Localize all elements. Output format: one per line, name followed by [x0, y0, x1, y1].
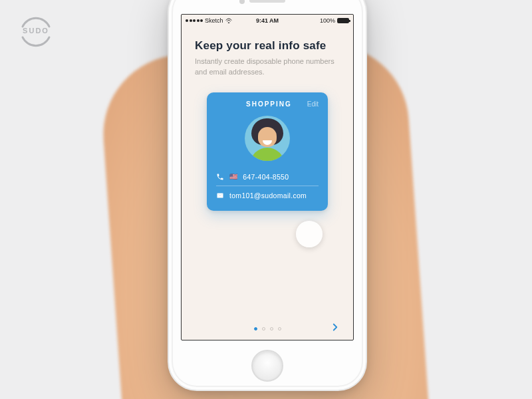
phone-value: 647-404-8550: [243, 173, 289, 181]
page-dot[interactable]: [278, 327, 281, 331]
page-dot[interactable]: [254, 327, 257, 331]
page-dot[interactable]: [270, 327, 273, 331]
email-value: tom101@sudomail.com: [229, 192, 307, 200]
email-row[interactable]: tom101@sudomail.com: [216, 186, 319, 204]
avatar: [245, 116, 290, 161]
sudo-logo-text: SUDO: [19, 27, 53, 35]
phone-icon: [216, 173, 224, 181]
sudo-logo: SUDO: [19, 15, 53, 49]
clock: 9:41 AM: [182, 17, 353, 24]
page-dot[interactable]: [262, 327, 265, 331]
phone-speaker: [249, 0, 285, 3]
card-label: SHOPPING: [231, 100, 307, 108]
edit-button[interactable]: Edit: [307, 100, 319, 108]
touch-indicator: [296, 221, 323, 247]
battery-icon: [337, 18, 349, 23]
onboarding-copy: Keep your real info safe Instantly creat…: [182, 26, 353, 211]
page-indicator: [182, 327, 353, 331]
page-subtitle: Instantly create disposable phone number…: [195, 57, 340, 78]
next-button[interactable]: [329, 321, 341, 333]
flag-icon: 🇺🇸: [229, 173, 237, 180]
phone-camera: [239, 0, 245, 4]
mail-icon: [216, 192, 224, 200]
identity-card[interactable]: SHOPPING Edit 🇺🇸 647-404-8550: [207, 92, 328, 211]
page-title: Keep your real info safe: [195, 39, 340, 53]
screen: Sketch 9:41 AM 100% Keep your real info …: [181, 14, 354, 340]
home-button[interactable]: [251, 350, 283, 382]
phone-row[interactable]: 🇺🇸 647-404-8550: [216, 168, 319, 186]
status-bar: Sketch 9:41 AM 100%: [182, 15, 353, 26]
iphone-frame: Sketch 9:41 AM 100% Keep your real info …: [169, 0, 366, 390]
